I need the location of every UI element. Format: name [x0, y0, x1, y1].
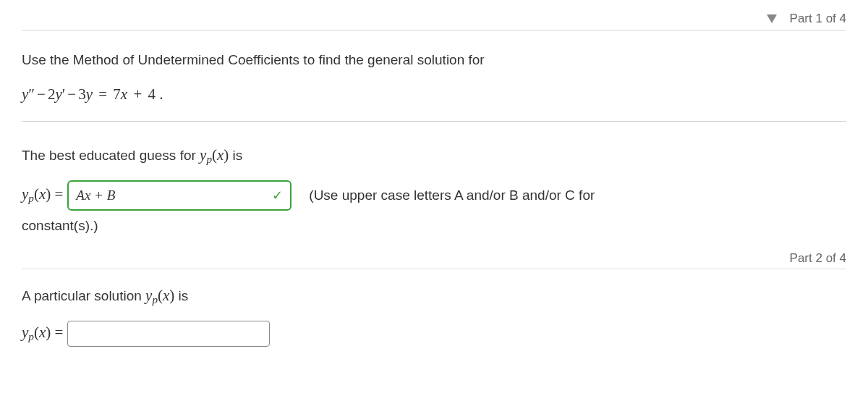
particular-prompt: A particular solution yp(x) is — [22, 287, 846, 306]
problem-equation: y″−2y′−3y = 7x + 4 . — [22, 82, 846, 108]
part-2-label: Part 2 of 4 — [790, 251, 846, 266]
part-1-header: Part 1 of 4 — [22, 7, 846, 31]
yp-equals-label: yp(x) = — [22, 185, 63, 205]
part-2-body: A particular solution yp(x) is yp(x) = — [22, 269, 846, 358]
particular-prompt-post: is — [174, 288, 188, 303]
guess-hint: (Use upper case letters A and/or B and/o… — [309, 188, 595, 203]
collapse-triangle-icon[interactable] — [767, 14, 777, 23]
yp-expression-2: yp(x) — [145, 287, 174, 304]
part-2-header: Part 2 of 4 — [22, 248, 846, 269]
particular-answer-row: yp(x) = — [22, 321, 846, 347]
yp-expression: yp(x) — [200, 146, 229, 164]
guess-prompt: The best educated guess for yp(x) is — [22, 146, 846, 166]
particular-input[interactable] — [67, 321, 270, 347]
guess-input-value: Ax + B — [76, 188, 115, 203]
check-icon: ✓ — [272, 188, 283, 203]
guess-input[interactable]: Ax + B ✓ — [67, 180, 292, 211]
particular-prompt-pre: A particular solution — [22, 288, 145, 303]
part-1-label: Part 1 of 4 — [790, 12, 846, 26]
yp-equals-label-2: yp(x) = — [22, 324, 63, 343]
part-1-body: The best educated guess for yp(x) is yp(… — [22, 122, 846, 241]
problem-statement: Use the Method of Undetermined Coefficie… — [22, 31, 846, 122]
problem-intro: Use the Method of Undetermined Coefficie… — [22, 49, 846, 72]
guess-answer-row: yp(x) = Ax + B ✓ (Use upper case letters… — [22, 180, 846, 211]
guess-prompt-pre: The best educated guess for — [22, 148, 200, 163]
guess-hint-line2: constant(s).) — [22, 218, 846, 234]
guess-prompt-post: is — [229, 148, 242, 163]
